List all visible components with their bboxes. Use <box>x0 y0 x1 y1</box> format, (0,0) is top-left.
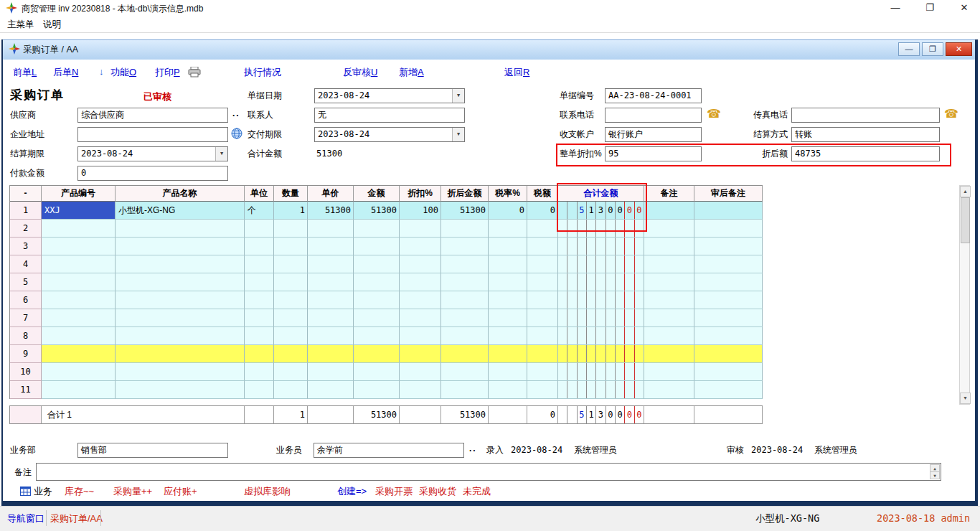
link-inventory[interactable]: 库存~~ <box>65 485 94 498</box>
cell-code-9[interactable] <box>42 345 116 363</box>
menu-item-help[interactable]: 说明 <box>43 19 61 31</box>
cell-audit_note-1[interactable] <box>694 202 763 220</box>
row-number-2[interactable]: 2 <box>10 220 42 238</box>
cell-tax_rate-10[interactable] <box>489 363 527 381</box>
cell-note-6[interactable] <box>644 291 694 309</box>
cell-total-4[interactable] <box>558 255 644 273</box>
note-scroll-down-button[interactable]: ▼ <box>930 471 940 479</box>
cell-tax-5[interactable] <box>527 273 558 291</box>
cell-amount-10[interactable] <box>354 363 400 381</box>
cell-unit-9[interactable] <box>245 345 274 363</box>
column-header-unit[interactable]: 单位 <box>245 186 274 202</box>
toolbar-item-print[interactable]: 打印P <box>155 66 180 79</box>
discount-input[interactable]: 95 <box>605 146 702 161</box>
cell-price-9[interactable] <box>308 345 354 363</box>
toolbar-item-next[interactable]: 后单N <box>53 66 78 79</box>
cell-price-5[interactable] <box>308 273 354 291</box>
column-header-audit_note[interactable]: 审后备注 <box>694 186 763 202</box>
minimize-button[interactable]: — <box>885 1 906 14</box>
cell-name-8[interactable] <box>116 327 245 345</box>
column-header-name[interactable]: 产品名称 <box>116 186 245 202</box>
toolbar-item-return[interactable]: 返回R <box>504 66 529 79</box>
cell-total-3[interactable] <box>558 238 644 255</box>
cell-disc_amount-5[interactable] <box>441 273 489 291</box>
cell-qty-11[interactable] <box>274 381 308 399</box>
row-number-4[interactable]: 4 <box>10 255 42 273</box>
cell-discount-5[interactable] <box>400 273 441 291</box>
cell-amount-1[interactable]: 51300 <box>354 202 400 220</box>
cell-price-6[interactable] <box>308 291 354 309</box>
cell-unit-2[interactable] <box>245 220 274 238</box>
doc-date-dropdown-icon[interactable]: ▼ <box>452 89 464 103</box>
column-header-total[interactable]: 合计金额 <box>558 186 644 202</box>
cell-price-4[interactable] <box>308 255 354 273</box>
cell-discount-11[interactable] <box>400 381 441 399</box>
address-input[interactable] <box>77 127 228 142</box>
cell-code-7[interactable] <box>42 309 116 327</box>
link-virtual-stock[interactable]: 虚拟库影响 <box>244 485 291 498</box>
cell-amount-3[interactable] <box>354 238 400 255</box>
cell-total-1[interactable]: 5130000 <box>558 202 644 220</box>
cell-price-11[interactable] <box>308 381 354 399</box>
doc-minimize-button[interactable]: — <box>898 42 920 56</box>
cell-disc_amount-11[interactable] <box>441 381 489 399</box>
cell-discount-2[interactable] <box>400 220 441 238</box>
settle-date-input[interactable]: 2023-08-24 ▼ <box>77 146 228 161</box>
cell-name-4[interactable] <box>116 255 245 273</box>
row-number-11[interactable]: 11 <box>10 381 42 399</box>
cell-tax_rate-11[interactable] <box>489 381 527 399</box>
contact-input[interactable]: 无 <box>314 108 465 123</box>
cell-qty-10[interactable] <box>274 363 308 381</box>
cell-disc_amount-3[interactable] <box>441 238 489 255</box>
cell-amount-5[interactable] <box>354 273 400 291</box>
row-number-9[interactable]: 9 <box>10 345 42 363</box>
column-header-discount[interactable]: 折扣% <box>400 186 441 202</box>
toolbar-item-functions[interactable]: 功能O <box>110 66 136 79</box>
cell-code-2[interactable] <box>42 220 116 238</box>
doc-restore-button[interactable]: ❐ <box>922 42 943 56</box>
cell-note-3[interactable] <box>644 238 694 255</box>
cell-unit-1[interactable]: 个 <box>245 202 274 220</box>
fax-input[interactable] <box>791 108 940 123</box>
cell-tax_rate-4[interactable] <box>489 255 527 273</box>
cell-note-9[interactable] <box>644 345 694 363</box>
toolbar-item-unaudit[interactable]: 反审核U <box>343 66 377 79</box>
cell-discount-10[interactable] <box>400 363 441 381</box>
cell-unit-10[interactable] <box>245 363 274 381</box>
cell-tax_rate-2[interactable] <box>489 220 527 238</box>
cell-tax-3[interactable] <box>527 238 558 255</box>
after-discount-input[interactable]: 48735 <box>791 146 940 161</box>
cell-audit_note-8[interactable] <box>694 327 763 345</box>
cell-qty-1[interactable]: 1 <box>274 202 308 220</box>
cell-qty-5[interactable] <box>274 273 308 291</box>
cell-price-8[interactable] <box>308 327 354 345</box>
toolbar-item-prev[interactable]: 前单L <box>13 66 37 79</box>
cell-name-11[interactable] <box>116 381 245 399</box>
cell-total-10[interactable] <box>558 363 644 381</box>
cell-name-5[interactable] <box>116 273 245 291</box>
row-number-10[interactable]: 10 <box>10 363 42 381</box>
cell-audit_note-9[interactable] <box>694 345 763 363</box>
cell-qty-3[interactable] <box>274 238 308 255</box>
cell-tax_rate-5[interactable] <box>489 273 527 291</box>
link-purchase-qty[interactable]: 采购量++ <box>113 485 152 498</box>
doc-date-input[interactable]: 2023-08-24 ▼ <box>314 88 465 103</box>
cell-audit_note-6[interactable] <box>694 291 763 309</box>
cell-unit-6[interactable] <box>245 291 274 309</box>
cell-qty-8[interactable] <box>274 327 308 345</box>
column-header-note[interactable]: 备注 <box>644 186 694 202</box>
printer-icon[interactable] <box>188 67 201 77</box>
scroll-down-button[interactable]: ▼ <box>960 393 971 404</box>
cell-total-7[interactable] <box>558 309 644 327</box>
delivery-date-input[interactable]: 2023-08-24 ▼ <box>314 127 465 142</box>
cell-name-6[interactable] <box>116 291 245 309</box>
link-purchase-invoice[interactable]: 采购开票 <box>375 485 413 498</box>
cell-total-9[interactable] <box>558 345 644 363</box>
doc-close-button[interactable]: ✕ <box>946 42 972 56</box>
cell-amount-6[interactable] <box>354 291 400 309</box>
row-number-8[interactable]: 8 <box>10 327 42 345</box>
cell-tax_rate-1[interactable]: 0 <box>489 202 527 220</box>
column-header-qty[interactable]: 数量 <box>274 186 308 202</box>
delivery-date-dropdown-icon[interactable]: ▼ <box>452 128 464 141</box>
cell-note-7[interactable] <box>644 309 694 327</box>
